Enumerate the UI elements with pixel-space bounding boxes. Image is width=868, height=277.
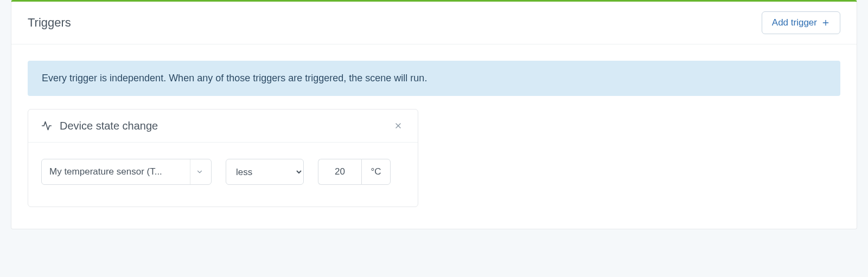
trigger-card-title: Device state change [60,120,158,132]
plus-icon [821,18,830,27]
device-select[interactable]: My temperature sensor (T... [41,159,212,185]
chevron-down-icon [196,168,203,176]
info-banner: Every trigger is independent. When any o… [28,61,840,96]
close-icon [394,121,403,130]
device-select-chevron-wrap [190,159,203,184]
remove-trigger-button[interactable] [392,119,405,132]
operator-select[interactable]: lessequalmore [226,159,304,185]
add-trigger-label: Add trigger [772,17,817,28]
trigger-card-body: My temperature sensor (T... lessequalmor… [28,143,418,207]
threshold-value-input[interactable] [318,159,361,185]
panel-body: Every trigger is independent. When any o… [11,44,857,207]
trigger-card: Device state change My temperature senso… [28,109,418,207]
unit-label: °C [361,159,391,185]
device-select-label: My temperature sensor (T... [49,166,190,177]
triggers-panel: Triggers Add trigger Every trigger is in… [11,0,857,229]
panel-title: Triggers [28,16,71,30]
add-trigger-button[interactable]: Add trigger [762,11,840,34]
trigger-card-header: Device state change [28,109,418,143]
activity-icon [41,120,52,131]
trigger-card-title-wrap: Device state change [41,120,158,132]
value-input-group: °C [318,159,391,185]
panel-header: Triggers Add trigger [11,2,857,44]
